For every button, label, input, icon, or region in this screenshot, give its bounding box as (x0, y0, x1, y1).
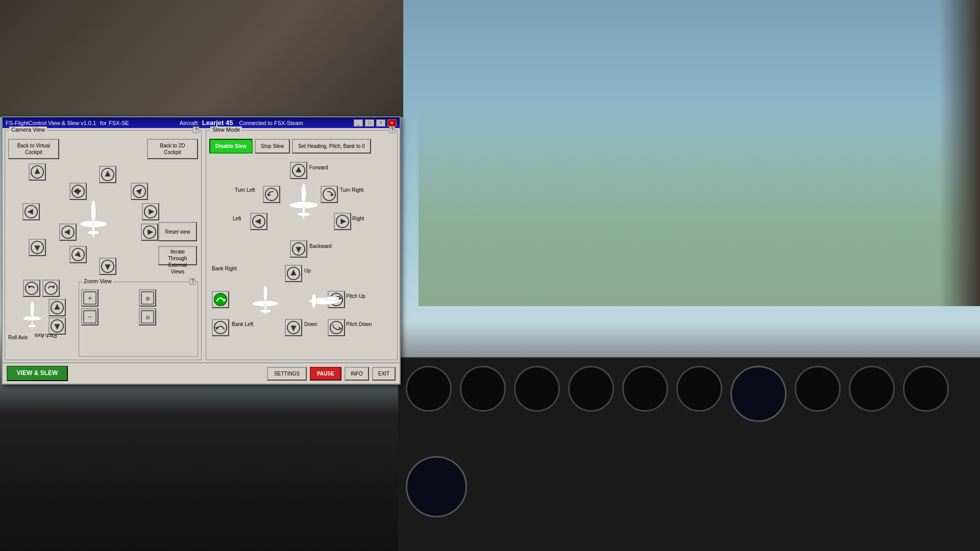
minimize-button[interactable]: _ (354, 119, 363, 127)
zoom-out-large-button[interactable]: ⊖ (139, 308, 156, 325)
app-title: FS-FlightControl View & Slew v1.0.1 (6, 120, 96, 126)
camera-bottom-left-button[interactable] (69, 246, 87, 263)
settings-button[interactable]: SETTINGS (267, 367, 307, 381)
maximize-button[interactable]: □ (365, 119, 374, 127)
svg-marker-5 (105, 171, 110, 177)
help-button[interactable]: ? (376, 119, 385, 127)
pitch-aircraft-side-icon (304, 286, 345, 317)
pitch-up-button[interactable] (48, 299, 66, 316)
svg-marker-18 (64, 229, 70, 235)
title-bar-left: FS-FlightControl View & Slew v1.0.1 for … (6, 120, 129, 126)
stop-slew-button[interactable]: Stop Slew (255, 139, 290, 154)
reset-view-button[interactable]: Reset view (158, 222, 197, 241)
zoom-help-button[interactable]: ? (189, 278, 195, 285)
slew-bank-right-button[interactable] (212, 291, 229, 308)
svg-point-0 (91, 200, 96, 222)
camera-down-outer-button[interactable] (29, 239, 46, 256)
slew-turn-left-button[interactable] (263, 186, 280, 203)
instrument-5 (622, 366, 668, 412)
roll-buttons (23, 280, 60, 297)
aircraft-info: Aircraft: Learjet 45 Connected to FSX-St… (129, 119, 354, 127)
zoom-view-title: Zoom View (82, 278, 113, 284)
svg-marker-14 (28, 209, 33, 214)
camera-right-button[interactable] (142, 203, 159, 220)
camera-top-right-button[interactable] (131, 183, 148, 200)
title-bar: FS-FlightControl View & Slew v1.0.1 for … (3, 117, 400, 128)
set-heading-button[interactable]: Set Heading, Pitch, Bank to 0 (292, 139, 371, 154)
back-2d-cockpit-button[interactable]: Back to 2D Cockpit (147, 139, 198, 159)
back-virtual-cockpit-button[interactable]: Back to Virtual Cockpit (8, 139, 59, 159)
pause-button[interactable]: PAUSE (310, 367, 341, 381)
iterate-external-views-button[interactable]: Iterate Through External Views (158, 246, 197, 265)
svg-point-50 (297, 212, 310, 216)
zoom-in-button[interactable]: + (81, 289, 99, 307)
slew-backward-button[interactable] (290, 240, 307, 258)
view-slew-button[interactable]: VIEW & SLEW (7, 366, 68, 381)
slew-forward-button[interactable] (290, 162, 307, 179)
svg-point-31 (30, 301, 34, 317)
camera-center-right-button[interactable] (141, 223, 158, 241)
pitch-buttons (48, 299, 66, 335)
main-content: Camera View ? Back to Virtual Cockpit Ba… (3, 128, 400, 362)
camera-panel-title: Camera View (9, 127, 47, 133)
slew-aircraft-icon (283, 181, 324, 228)
slew-left-button[interactable] (250, 213, 267, 230)
svg-text:−: − (88, 313, 92, 321)
zoom-in-large-button[interactable]: ⊕ (139, 289, 156, 307)
svg-marker-64 (290, 270, 296, 276)
slew-panel-title: Slew Mode (210, 127, 242, 133)
slew-right-button[interactable] (334, 213, 351, 230)
exit-button[interactable]: EXIT (372, 367, 396, 381)
camera-up-center-button[interactable] (99, 166, 116, 183)
slew-down-button[interactable] (285, 319, 302, 336)
roll-left-button[interactable] (23, 280, 40, 297)
info-button[interactable]: INFO (345, 367, 369, 381)
svg-marker-16 (149, 209, 154, 214)
instrument-7 (730, 366, 787, 422)
camera-top-buttons: Back to Virtual Cockpit Back to 2D Cockp… (8, 139, 198, 159)
svg-marker-36 (54, 304, 60, 310)
svg-marker-82 (338, 327, 342, 330)
bank-aircraft-icon (242, 283, 288, 325)
camera-center-left-button[interactable] (59, 223, 77, 241)
cockpit-frame-top (0, 0, 403, 117)
instrument-compass (406, 456, 467, 517)
instrument-4 (568, 366, 614, 412)
disable-slew-button[interactable]: Disable Slew (209, 139, 253, 154)
instrument-2 (460, 366, 506, 412)
svg-point-47 (301, 183, 306, 204)
svg-marker-60 (340, 218, 346, 224)
svg-marker-54 (267, 194, 271, 196)
svg-text:⊕: ⊕ (145, 295, 150, 302)
zoom-view-panel: Zoom View ? + ⊕ − ⊖ (79, 282, 198, 357)
slew-up-label: Up (304, 268, 311, 273)
svg-marker-26 (34, 245, 40, 251)
slew-bank-left-button[interactable] (212, 319, 229, 336)
reset-view-button-container: Reset view (158, 222, 197, 241)
pitch-down-button[interactable] (48, 317, 66, 335)
camera-top-left-button[interactable] (69, 183, 87, 200)
slew-help-button[interactable]: ? (389, 127, 395, 133)
svg-marker-56 (330, 194, 334, 196)
slew-bank-pitch-grid: Bank Right Up (209, 262, 392, 346)
camera-help-button[interactable]: ? (193, 127, 199, 133)
slew-up-button[interactable] (285, 265, 302, 282)
svg-marker-58 (255, 218, 261, 224)
for-label: for (100, 120, 107, 126)
slew-pitch-down-label: Pitch Down (346, 321, 372, 327)
close-button[interactable]: ✕ (387, 119, 397, 127)
camera-up-outer-button[interactable] (29, 163, 46, 181)
camera-down-button[interactable] (99, 258, 116, 275)
pitch-axis-label: Pitch Axis (35, 333, 57, 338)
svg-point-81 (330, 321, 342, 334)
slew-pitch-down-button[interactable] (328, 319, 345, 336)
camera-left-button[interactable] (22, 203, 40, 220)
zoom-out-button[interactable]: − (81, 308, 99, 325)
slew-turn-right-button[interactable] (321, 186, 338, 203)
aircraft-label: Aircraft: (180, 120, 199, 126)
cockpit-pillar (939, 0, 980, 306)
svg-point-29 (45, 282, 57, 294)
slew-right-label: Right (352, 216, 364, 221)
roll-right-button[interactable] (42, 280, 60, 297)
svg-point-76 (311, 294, 316, 308)
